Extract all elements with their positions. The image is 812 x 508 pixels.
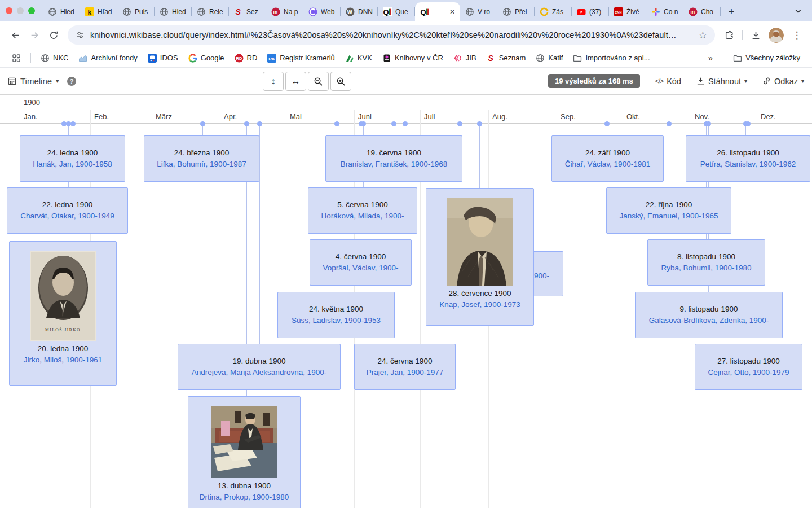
extensions-icon[interactable] bbox=[720, 25, 739, 45]
item-person-link[interactable]: Petíra, Stanislav, 1900-1962 bbox=[700, 159, 796, 170]
tab-17[interactable]: inCho bbox=[683, 2, 721, 21]
help-icon[interactable]: ? bbox=[67, 77, 76, 86]
back-button[interactable] bbox=[6, 25, 25, 45]
timeline-card[interactable]: 9. listopadu 1900Galasová-Brdlíková, Zde… bbox=[635, 292, 783, 338]
site-controls-icon[interactable] bbox=[76, 30, 85, 40]
close-tab-icon[interactable]: ✕ bbox=[449, 8, 455, 16]
item-person-link[interactable]: Andrejeva, Marija Aleksandrovna, 1900- bbox=[192, 367, 326, 378]
tab-9[interactable]: QQue bbox=[378, 2, 415, 21]
timeline-card[interactable]: 26. listopadu 1900Petíra, Stanislav, 190… bbox=[686, 135, 810, 182]
item-person-link[interactable]: Charvát, Otakar, 1900-1949 bbox=[20, 211, 114, 222]
item-person-link[interactable]: Jirko, Miloš, 1900-1961 bbox=[24, 354, 103, 366]
bookmark-item-4[interactable]: RDRD bbox=[230, 51, 263, 65]
timeline-card[interactable]: 22. ledna 1900Charvát, Otakar, 1900-1949 bbox=[7, 187, 128, 234]
item-person-link[interactable]: Vopršal, Václav, 1900- bbox=[323, 262, 398, 274]
url-text[interactable]: knihovnici.wikibase.cloud/query/index.ht… bbox=[90, 30, 693, 40]
timeline-card[interactable]: 19. dubna 1900Andrejeva, Marija Aleksand… bbox=[178, 344, 341, 390]
item-person-link[interactable]: Galasová-Brdlíková, Zdenka, 1900- bbox=[649, 315, 769, 326]
tab-8[interactable]: WDNN bbox=[341, 2, 378, 21]
zoom-window-button[interactable] bbox=[28, 7, 35, 14]
bookmark-item-5[interactable]: RKRegistr Krameriů bbox=[262, 51, 340, 65]
item-person-link[interactable]: Čihař, Václav, 1900-1981 bbox=[565, 159, 650, 170]
browser-menu-icon[interactable]: ⋮ bbox=[787, 25, 806, 45]
bookmark-item-7[interactable]: Knihovny v ČR bbox=[377, 51, 448, 65]
fit-horizontal-button[interactable]: ↔ bbox=[285, 72, 306, 91]
timeline-card[interactable]: 24. ledna 1900Hanák, Jan, 1900-1958 bbox=[20, 135, 125, 182]
item-person-link[interactable]: Horáková, Milada, 1900- bbox=[321, 211, 404, 222]
item-person-link[interactable]: Drtina, Prokop, 1900-1980 bbox=[200, 492, 289, 503]
downloads-icon[interactable] bbox=[746, 25, 765, 45]
timeline-card[interactable]: 24. května 1900Süss, Ladislav, 1900-1953 bbox=[277, 292, 395, 338]
download-button[interactable]: Stáhnout ▾ bbox=[696, 77, 747, 86]
zoom-out-button[interactable] bbox=[308, 72, 329, 91]
timeline-canvas[interactable]: 1900 Jan.Feb.MärzApr.MaiJuniJuliAug.Sep.… bbox=[0, 95, 812, 508]
fit-vertical-button[interactable]: ↕ bbox=[263, 72, 284, 91]
tab-search-chevron-icon[interactable] bbox=[791, 4, 805, 17]
display-mode-button[interactable]: Timeline bbox=[20, 76, 52, 86]
bookmark-item-1[interactable]: Archivní fondy bbox=[73, 51, 142, 65]
timeline-card[interactable]: 19. června 1900Branislav, František, 190… bbox=[325, 135, 462, 182]
timeline-card[interactable]: 24. března 1900Lifka, Bohumír, 1900-1987 bbox=[144, 135, 259, 182]
bookmark-item-8[interactable]: JIB bbox=[448, 51, 482, 65]
timeline-card[interactable]: 5. června 1900Horáková, Milada, 1900- bbox=[308, 187, 417, 234]
bookmark-item-10[interactable]: Katif bbox=[531, 51, 568, 65]
tab-15[interactable]: CNNŽivé bbox=[609, 2, 646, 21]
tab-7[interactable]: Web bbox=[303, 2, 341, 21]
bookmark-item-6[interactable]: KVK bbox=[340, 51, 377, 65]
profile-avatar[interactable] bbox=[769, 28, 784, 43]
tab-3[interactable]: Hled bbox=[155, 2, 192, 21]
omnibox[interactable]: knihovnici.wikibase.cloud/query/index.ht… bbox=[68, 25, 715, 45]
bookmarks-overflow-chevron[interactable]: » bbox=[703, 53, 718, 63]
timeline-card[interactable]: 22. října 1900Janský, Emanuel, 1900-1965 bbox=[606, 187, 731, 234]
item-person-link[interactable]: Branislav, František, 1900-1968 bbox=[341, 159, 448, 170]
zoom-in-button[interactable] bbox=[330, 72, 351, 91]
timeline-card[interactable]: 28. července 1900Knap, Josef, 1900-1973 bbox=[426, 188, 534, 326]
item-person-link[interactable]: Cejnar, Otto, 1900-1979 bbox=[708, 367, 789, 378]
tab-12[interactable]: Přel bbox=[497, 2, 535, 21]
item-person-link[interactable]: Knap, Josef, 1900-1973 bbox=[439, 299, 520, 310]
item-person-link[interactable]: Prajer, Jan, 1900-1977 bbox=[367, 367, 444, 378]
bookmark-item-2[interactable]: IDOS bbox=[143, 51, 183, 65]
tab-6[interactable]: inNa p bbox=[266, 2, 303, 21]
timeline-card[interactable]: 8. listopadu 1900Ryba, Bohumil, 1900-198… bbox=[647, 239, 765, 286]
tab-2[interactable]: Puls bbox=[117, 2, 155, 21]
item-person-link[interactable]: Ryba, Bohumil, 1900-1980 bbox=[661, 262, 752, 274]
apps-grid-icon[interactable] bbox=[7, 51, 26, 65]
bookmark-item-3[interactable]: Google bbox=[183, 51, 230, 65]
reload-button[interactable] bbox=[44, 25, 63, 45]
tab-1[interactable]: kHľad bbox=[80, 2, 117, 21]
link-button[interactable]: Odkaz ▾ bbox=[762, 77, 804, 86]
timeline-card[interactable]: 24. června 1900Prajer, Jan, 1900-1977 bbox=[354, 344, 456, 390]
tab-14[interactable]: (37) bbox=[572, 2, 609, 21]
item-person-link[interactable]: Lifka, Bohumír, 1900-1987 bbox=[157, 159, 246, 170]
item-date: 9. listopadu 1900 bbox=[680, 304, 738, 315]
close-window-button[interactable] bbox=[6, 7, 12, 14]
bookmark-item-9[interactable]: SSeznam bbox=[482, 51, 531, 65]
tab-5[interactable]: SSez bbox=[229, 2, 266, 21]
bookmark-item-0[interactable]: NKC bbox=[36, 51, 73, 65]
svg-text:S: S bbox=[488, 54, 493, 63]
minimize-window-button[interactable] bbox=[17, 7, 24, 14]
timeline-card[interactable]: 27. listopadu 1900Cejnar, Otto, 1900-197… bbox=[695, 344, 802, 390]
bookmark-item-11[interactable]: Importováno z apl... bbox=[568, 51, 655, 65]
timeline-card[interactable]: 24. září 1900Čihař, Václav, 1900-1981 bbox=[551, 135, 664, 182]
tab-16[interactable]: Co n bbox=[646, 2, 683, 21]
tab-10[interactable]: Q✕ bbox=[415, 2, 460, 21]
bookmark-star-icon[interactable]: ☆ bbox=[699, 30, 707, 40]
google-g-icon bbox=[188, 54, 197, 63]
item-person-link[interactable]: Süss, Ladislav, 1900-1953 bbox=[292, 315, 381, 326]
timeline-card[interactable]: MILOŠ JIRKO20. ledna 1900Jirko, Miloš, 1… bbox=[9, 241, 117, 386]
tab-11[interactable]: V ro bbox=[460, 2, 497, 21]
item-person-link[interactable]: Hanák, Jan, 1900-1958 bbox=[33, 159, 112, 170]
tab-0[interactable]: Hled bbox=[43, 2, 80, 21]
timeline-card[interactable]: 13. dubna 1900Drtina, Prokop, 1900-1980 bbox=[188, 396, 301, 508]
new-tab-button[interactable]: + bbox=[724, 5, 739, 19]
item-person-link[interactable]: Janský, Emanuel, 1900-1965 bbox=[620, 211, 718, 222]
tab-13[interactable]: Zás bbox=[535, 2, 572, 21]
code-button[interactable]: </> Kód bbox=[655, 77, 681, 86]
timeline-card[interactable]: 4. června 1900Vopršal, Václav, 1900- bbox=[310, 239, 412, 286]
item-date: 24. května 1900 bbox=[309, 304, 363, 315]
tab-4[interactable]: Rele bbox=[192, 2, 229, 21]
all-bookmarks-button[interactable]: Všechny záložky bbox=[728, 51, 805, 65]
forward-button[interactable] bbox=[25, 25, 44, 45]
